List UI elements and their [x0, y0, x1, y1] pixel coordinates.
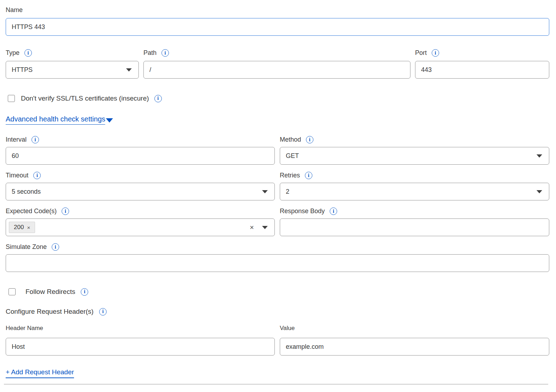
- expected-codes-label: Expected Code(s): [6, 208, 57, 215]
- method-field-group: Method i GET: [280, 136, 549, 165]
- interval-method-row: Interval i Method i GET: [6, 136, 549, 165]
- expected-codes-field-group: Expected Code(s) i 200 × ×: [6, 208, 275, 236]
- type-path-port-row: Type i HTTPS Path i Port i: [6, 49, 549, 79]
- chip-remove-icon[interactable]: ×: [27, 225, 30, 231]
- retries-select[interactable]: 2: [280, 183, 549, 200]
- port-label: Port: [415, 49, 427, 57]
- retries-select-value: 2: [286, 188, 289, 195]
- type-select[interactable]: HTTPS: [6, 61, 139, 79]
- response-body-input[interactable]: [280, 218, 549, 236]
- method-info-icon[interactable]: i: [306, 136, 313, 143]
- timeout-select-value: 5 seconds: [12, 188, 41, 195]
- expected-codes-multiselect[interactable]: 200 × ×: [6, 218, 275, 236]
- retries-label: Retries: [280, 172, 300, 179]
- simulate-zone-input[interactable]: [6, 254, 549, 272]
- header-value-input[interactable]: [280, 338, 549, 356]
- type-select-value: HTTPS: [12, 66, 33, 74]
- method-select-value: GET: [286, 152, 299, 160]
- name-label: Name: [6, 6, 23, 14]
- type-field-group: Type i HTTPS: [6, 49, 139, 79]
- chevron-down-icon: [262, 190, 268, 193]
- follow-redirects-info-icon[interactable]: i: [81, 288, 88, 296]
- section-divider: [4, 384, 548, 385]
- method-label: Method: [280, 136, 301, 143]
- port-field-group: Port i: [415, 49, 549, 79]
- port-input[interactable]: [415, 61, 549, 79]
- dont-verify-ssl-checkbox[interactable]: [8, 95, 15, 102]
- request-headers-title-row: Configure Request Header(s) i: [6, 308, 549, 316]
- type-label: Type: [6, 49, 19, 57]
- follow-redirects-row: Follow Redirects i: [8, 288, 549, 296]
- port-info-icon[interactable]: i: [432, 49, 439, 57]
- advanced-settings-link-text: Advanced health check settings: [6, 115, 105, 125]
- path-label: Path: [143, 49, 157, 57]
- response-body-field-group: Response Body i: [280, 208, 549, 236]
- response-body-label: Response Body: [280, 208, 325, 215]
- advanced-settings-toggle[interactable]: Advanced health check settings: [6, 115, 113, 125]
- request-headers-info-icon[interactable]: i: [99, 308, 107, 316]
- header-name-field-group: Header Name: [6, 325, 275, 356]
- dont-verify-ssl-info-icon[interactable]: i: [154, 95, 162, 102]
- chevron-down-icon: [537, 190, 542, 193]
- chevron-down-icon: [262, 226, 268, 229]
- dont-verify-ssl-label: Don't verify SSL/TLS certificates (insec…: [21, 95, 149, 102]
- header-name-column-label: Header Name: [6, 325, 275, 332]
- timeout-label: Timeout: [6, 172, 28, 179]
- path-info-icon[interactable]: i: [161, 49, 169, 57]
- name-field-group: Name: [6, 6, 549, 36]
- path-field-group: Path i: [143, 49, 410, 79]
- name-input[interactable]: [6, 18, 549, 36]
- health-check-form: Name Type i HTTPS Path i Port i: [6, 0, 549, 385]
- expected-code-chip-value: 200: [14, 224, 24, 231]
- chevron-down-icon: [537, 154, 542, 158]
- retries-info-icon[interactable]: i: [305, 172, 312, 179]
- header-value-column-label: Value: [280, 325, 549, 332]
- interval-field-group: Interval i: [6, 136, 275, 165]
- expected-code-chip: 200 ×: [9, 222, 35, 233]
- timeout-retries-row: Timeout i 5 seconds Retries i 2: [6, 172, 549, 200]
- header-value-field-group: Value: [280, 325, 549, 356]
- chevron-down-icon: [106, 118, 113, 123]
- header-name-input[interactable]: [6, 338, 275, 356]
- simulate-zone-info-icon[interactable]: i: [52, 243, 59, 251]
- retries-field-group: Retries i 2: [280, 172, 549, 200]
- follow-redirects-checkbox[interactable]: [8, 288, 16, 295]
- type-info-icon[interactable]: i: [24, 49, 32, 57]
- simulate-zone-label: Simulate Zone: [6, 243, 47, 251]
- codes-body-row: Expected Code(s) i 200 × × Response Body…: [6, 208, 549, 236]
- simulate-zone-field-group: Simulate Zone i: [6, 243, 549, 272]
- expected-codes-info-icon[interactable]: i: [62, 208, 69, 215]
- path-input[interactable]: [143, 61, 410, 79]
- follow-redirects-label: Follow Redirects: [25, 288, 75, 296]
- timeout-info-icon[interactable]: i: [33, 172, 41, 179]
- interval-input[interactable]: [6, 147, 275, 165]
- response-body-info-icon[interactable]: i: [330, 208, 337, 215]
- interval-info-icon[interactable]: i: [32, 136, 39, 143]
- header-row: Header Name Value: [6, 325, 549, 356]
- clear-all-icon[interactable]: ×: [250, 223, 254, 232]
- add-request-header-link[interactable]: + Add Request Header: [6, 368, 74, 378]
- timeout-field-group: Timeout i 5 seconds: [6, 172, 275, 200]
- method-select[interactable]: GET: [280, 147, 549, 165]
- timeout-select[interactable]: 5 seconds: [6, 183, 275, 200]
- dont-verify-ssl-row: Don't verify SSL/TLS certificates (insec…: [8, 95, 549, 102]
- interval-label: Interval: [6, 136, 27, 143]
- chevron-down-icon: [126, 68, 132, 72]
- request-headers-title: Configure Request Header(s): [6, 308, 93, 316]
